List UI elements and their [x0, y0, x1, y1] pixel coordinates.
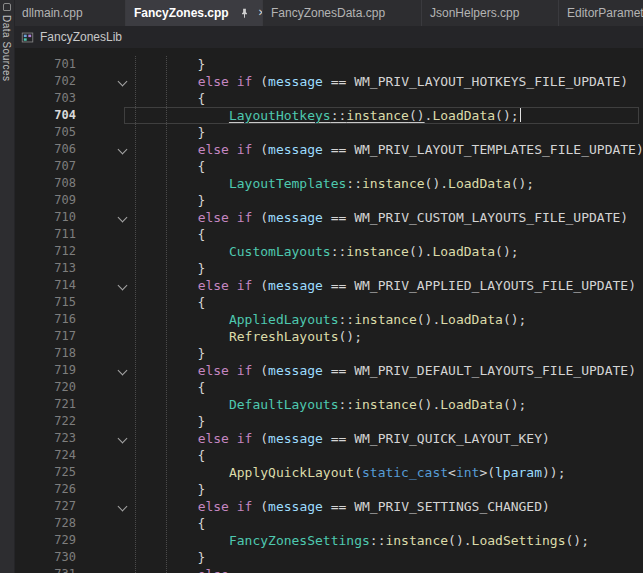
- line-number[interactable]: 712: [14, 243, 76, 260]
- code-text[interactable]: }: [135, 481, 205, 498]
- fold-gutter[interactable]: [76, 294, 135, 311]
- code-text[interactable]: {: [135, 90, 205, 107]
- line-number[interactable]: 716: [14, 311, 76, 328]
- code-line[interactable]: 718 }: [14, 345, 643, 362]
- fold-gutter[interactable]: [76, 90, 135, 107]
- line-number[interactable]: 729: [14, 532, 76, 549]
- fold-gutter[interactable]: [76, 209, 135, 226]
- line-number[interactable]: 720: [14, 379, 76, 396]
- data-sources-tab[interactable]: Data Sources: [0, 0, 15, 573]
- code-text[interactable]: }: [135, 124, 205, 141]
- line-number[interactable]: 718: [14, 345, 76, 362]
- code-text[interactable]: CustomLayouts::instance().LoadData();: [135, 243, 519, 260]
- line-number[interactable]: 731: [14, 566, 76, 573]
- code-line[interactable]: 719 else if (message == WM_PRIV_DEFAULT_…: [14, 362, 643, 379]
- code-text[interactable]: }: [135, 260, 205, 277]
- line-number[interactable]: 710: [14, 209, 76, 226]
- code-text[interactable]: else if (message == WM_PRIV_SETTINGS_CHA…: [135, 498, 550, 515]
- code-line[interactable]: 708 LayoutTemplates::instance().LoadData…: [14, 175, 643, 192]
- code-line[interactable]: 717 RefreshLayouts();: [14, 328, 643, 345]
- line-number[interactable]: 721: [14, 396, 76, 413]
- fold-gutter[interactable]: [76, 192, 135, 209]
- code-text[interactable]: DefaultLayouts::instance().LoadData();: [135, 396, 526, 413]
- fold-gutter[interactable]: [76, 175, 135, 192]
- pin-icon[interactable]: [239, 8, 250, 19]
- code-text[interactable]: else if (message == WM_PRIV_APPLIED_LAYO…: [135, 277, 636, 294]
- code-line[interactable]: 723 else if (message == WM_PRIV_QUICK_LA…: [14, 430, 643, 447]
- fold-gutter[interactable]: [76, 345, 135, 362]
- tab-jsonhelpers-cpp[interactable]: JsonHelpers.cpp: [422, 0, 559, 26]
- code-text[interactable]: LayoutHotkeys::instance().LoadData();: [135, 107, 521, 124]
- code-text[interactable]: {: [135, 447, 205, 464]
- line-number[interactable]: 708: [14, 175, 76, 192]
- code-text[interactable]: LayoutTemplates::instance().LoadData();: [135, 175, 534, 192]
- code-text[interactable]: {: [135, 379, 205, 396]
- code-line[interactable]: 731 else: [14, 566, 643, 573]
- code-text[interactable]: }: [135, 345, 205, 362]
- code-text[interactable]: {: [135, 515, 205, 532]
- line-number[interactable]: 705: [14, 124, 76, 141]
- line-number[interactable]: 711: [14, 226, 76, 243]
- line-number[interactable]: 723: [14, 430, 76, 447]
- fold-chevron-icon[interactable]: [118, 434, 128, 444]
- code-line[interactable]: 704 LayoutHotkeys::instance().LoadData()…: [14, 107, 643, 124]
- code-text[interactable]: {: [135, 226, 205, 243]
- code-line[interactable]: 710 else if (message == WM_PRIV_CUSTOM_L…: [14, 209, 643, 226]
- code-line[interactable]: 714 else if (message == WM_PRIV_APPLIED_…: [14, 277, 643, 294]
- line-number[interactable]: 727: [14, 498, 76, 515]
- code-line[interactable]: 709 }: [14, 192, 643, 209]
- code-text[interactable]: else if (message == WM_PRIV_QUICK_LAYOUT…: [135, 430, 550, 447]
- fold-gutter[interactable]: [76, 447, 135, 464]
- code-text[interactable]: FancyZonesSettings::instance().LoadSetti…: [135, 532, 589, 549]
- tab-fancyzones-cpp[interactable]: FancyZones.cpp ✕: [126, 0, 263, 26]
- fold-gutter[interactable]: [76, 481, 135, 498]
- line-number[interactable]: 702: [14, 73, 76, 90]
- fold-gutter[interactable]: [76, 430, 135, 447]
- fold-gutter[interactable]: [76, 73, 135, 90]
- code-text[interactable]: else if (message == WM_PRIV_CUSTOM_LAYOU…: [135, 209, 628, 226]
- code-text[interactable]: else: [135, 566, 229, 573]
- tab-fancyzonesdata-cpp[interactable]: FancyZonesData.cpp: [263, 0, 422, 26]
- fold-gutter[interactable]: [76, 277, 135, 294]
- fold-gutter[interactable]: [76, 464, 135, 481]
- fold-chevron-icon[interactable]: [118, 502, 128, 512]
- line-number[interactable]: 728: [14, 515, 76, 532]
- line-number[interactable]: 726: [14, 481, 76, 498]
- code-text[interactable]: else if (message == WM_PRIV_LAYOUT_HOTKE…: [135, 73, 628, 90]
- code-text[interactable]: }: [135, 413, 205, 430]
- fold-gutter[interactable]: [76, 311, 135, 328]
- fold-gutter[interactable]: [76, 413, 135, 430]
- code-line[interactable]: 724 {: [14, 447, 643, 464]
- code-line[interactable]: 705 }: [14, 124, 643, 141]
- code-line[interactable]: 706 else if (message == WM_PRIV_LAYOUT_T…: [14, 141, 643, 158]
- line-number[interactable]: 715: [14, 294, 76, 311]
- code-line[interactable]: 703 {: [14, 90, 643, 107]
- line-number[interactable]: 722: [14, 413, 76, 430]
- fold-gutter[interactable]: [76, 532, 135, 549]
- code-line[interactable]: 712 CustomLayouts::instance().LoadData()…: [14, 243, 643, 260]
- code-line[interactable]: 722 }: [14, 413, 643, 430]
- fold-gutter[interactable]: [76, 396, 135, 413]
- line-number[interactable]: 701: [14, 56, 76, 73]
- fold-gutter[interactable]: [76, 515, 135, 532]
- line-number[interactable]: 703: [14, 90, 76, 107]
- line-number[interactable]: 714: [14, 277, 76, 294]
- code-text[interactable]: }: [135, 549, 205, 566]
- code-line[interactable]: 711 {: [14, 226, 643, 243]
- fold-gutter[interactable]: [76, 260, 135, 277]
- fold-gutter[interactable]: [76, 243, 135, 260]
- fold-gutter[interactable]: [76, 226, 135, 243]
- code-line[interactable]: 713 }: [14, 260, 643, 277]
- line-number[interactable]: 706: [14, 141, 76, 158]
- code-line[interactable]: 715 {: [14, 294, 643, 311]
- fold-gutter[interactable]: [76, 56, 135, 73]
- code-text[interactable]: {: [135, 294, 205, 311]
- fold-gutter[interactable]: [76, 379, 135, 396]
- line-number[interactable]: 709: [14, 192, 76, 209]
- code-line[interactable]: 720 {: [14, 379, 643, 396]
- line-number[interactable]: 725: [14, 464, 76, 481]
- code-line[interactable]: 727 else if (message == WM_PRIV_SETTINGS…: [14, 498, 643, 515]
- code-editor[interactable]: 701 }702 else if (message == WM_PRIV_LAY…: [14, 48, 643, 573]
- code-line[interactable]: 707 {: [14, 158, 643, 175]
- line-number[interactable]: 717: [14, 328, 76, 345]
